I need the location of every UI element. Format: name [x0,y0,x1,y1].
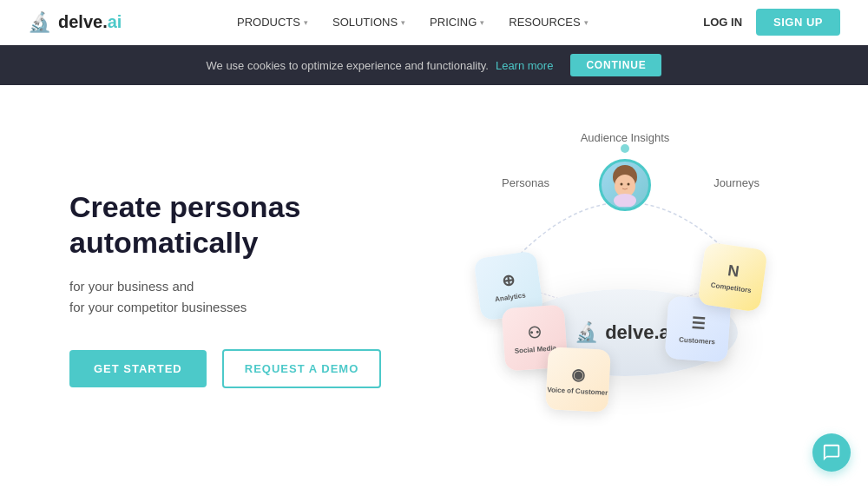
logo[interactable]: 🔬 delve.ai [28,11,122,34]
svg-point-7 [614,194,636,207]
voice-label: Voice of Customer [547,385,608,396]
logo-text: delve.ai [58,12,122,32]
nav-products[interactable]: PRODUCTS ▾ [237,16,308,29]
get-started-button[interactable]: GET STARTED [69,350,207,387]
card-voice-of-customer: ◉ Voice of Customer [545,347,611,413]
svg-point-2 [621,144,629,153]
analytics-label: Analytics [495,290,526,302]
personas-label: Personas [502,176,549,189]
chevron-down-icon: ▾ [480,18,484,27]
diagram-container: Audience Insights Personas Journeys [443,124,807,454]
voice-icon: ◉ [571,364,586,384]
journeys-label: Journeys [713,176,760,189]
login-button[interactable]: LOG IN [703,16,742,29]
svg-point-6 [628,182,630,185]
logo-icon: 🔬 [28,11,51,34]
request-demo-button[interactable]: REQUEST A DEMO [222,349,382,388]
platform-logo-icon: 🔬 [575,321,598,344]
nav-pricing[interactable]: PRICING ▾ [430,16,484,29]
chat-icon [822,443,841,462]
hero-left: Create personas automatically for your b… [69,189,434,388]
signup-button[interactable]: SIGN UP [756,9,840,36]
analytics-icon: ⊕ [500,269,516,290]
platform-area: 🔬 delve.ai ⊕ Analytics ⚇ Social Media ◉ [477,237,773,428]
nav-solutions[interactable]: SOLUTIONS ▾ [332,16,405,29]
main-content: Create personas automatically for your b… [0,85,868,489]
cta-buttons: GET STARTED REQUEST A DEMO [69,349,434,388]
continue-button[interactable]: CONTINUE [570,54,661,76]
competitors-icon: N [727,261,740,281]
nav-actions: LOG IN SIGN UP [703,9,840,36]
hero-subtext: for your business and for your competito… [69,276,434,318]
card-competitors: N Competitors [697,241,767,312]
chevron-down-icon: ▾ [584,18,589,27]
svg-point-5 [621,182,623,185]
hero-headline: Create personas automatically [69,189,434,261]
audience-insights-label: Audience Insights [581,131,670,144]
social-icon: ⚇ [527,321,542,341]
chevron-down-icon: ▾ [304,18,308,27]
navbar: 🔬 delve.ai PRODUCTS ▾ SOLUTIONS ▾ PRICIN… [0,0,868,45]
platform-logo-text: delve.ai [605,321,675,344]
customers-label: Customers [679,335,715,346]
customers-icon: ☰ [691,313,706,333]
platform-logo: 🔬 delve.ai [575,321,675,344]
chat-button[interactable] [812,433,851,472]
competitors-label: Competitors [710,281,752,294]
avatar [599,159,651,211]
learn-more-link[interactable]: Learn more [496,59,553,72]
diagram-area: Audience Insights Personas Journeys [434,85,816,489]
cookie-message: We use cookies to optimize experience an… [207,59,489,72]
nav-links: PRODUCTS ▾ SOLUTIONS ▾ PRICING ▾ RESOURC… [237,16,589,29]
nav-resources[interactable]: RESOURCES ▾ [509,16,588,29]
cookie-banner: We use cookies to optimize experience an… [0,45,868,85]
chevron-down-icon: ▾ [401,18,405,27]
